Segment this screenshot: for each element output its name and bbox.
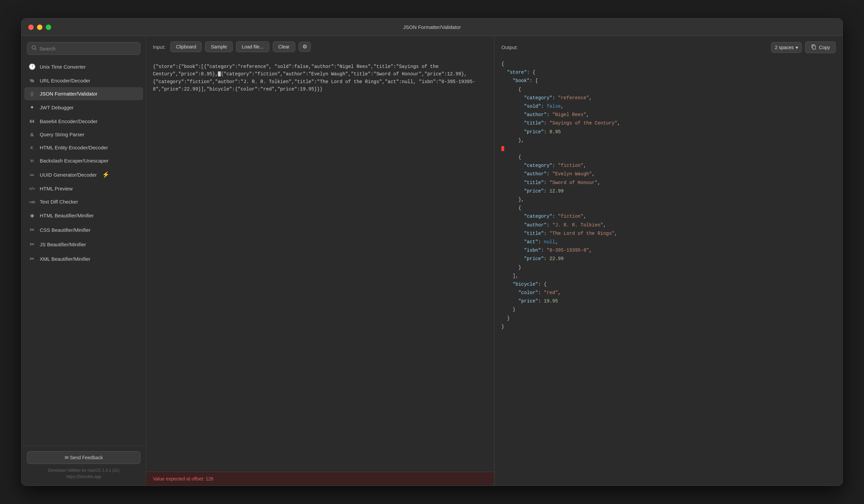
sidebar-item-label: JSON Formatter/Validator [40, 91, 97, 97]
lightning-icon: ⚡ [102, 171, 109, 178]
sidebar-item-jwt[interactable]: ✦ JWT Debugger [24, 100, 143, 115]
json-output-line: "author": "Nigel Rees", [501, 111, 836, 119]
json-output-line: "bicycle": { [501, 280, 836, 289]
json-output-line: "title": "Sword of Honour", [501, 179, 836, 187]
json-output-line: { [501, 204, 836, 212]
json-output-line: }, [501, 196, 836, 204]
app-window: JSON Formatter/Validator [21, 18, 843, 486]
clipboard-button[interactable]: Clipboard [170, 41, 202, 52]
xml-beautifier-icon: ✂ [28, 255, 36, 262]
app-url: https://DevUtils.app [27, 474, 141, 480]
sidebar-item-label: Backslash Escaper/Unescaper [40, 158, 108, 163]
json-output-line: "act": null, [501, 238, 836, 246]
sidebar-item-query-string[interactable]: & Query String Parser [24, 128, 143, 141]
clock-icon: 🕐 [28, 63, 36, 70]
json-output-line: { [501, 85, 836, 94]
json-output-line: "price": 22.99 [501, 255, 836, 263]
send-feedback-button[interactable]: ✉ Send Feedback [27, 451, 141, 464]
titlebar: JSON Formatter/Validator [22, 19, 842, 36]
copy-button[interactable]: Copy [805, 41, 836, 53]
output-label: Output: [501, 45, 518, 50]
error-bar: Value expected at offset: 126 [146, 472, 494, 485]
json-icon: {} [28, 91, 36, 96]
html-beautifier-icon: ◈ [28, 212, 36, 219]
copy-icon [811, 44, 816, 50]
window-title: JSON Formatter/Validator [403, 24, 460, 30]
sidebar-item-base64[interactable]: 64 Base64 Encoder/Decoder [24, 115, 143, 128]
chevron-down-icon: ▾ [796, 45, 798, 50]
sidebar-item-label: Unix Time Converter [40, 64, 86, 70]
search-box [27, 42, 141, 55]
sidebar-item-html-entity[interactable]: #; HTML Entity Encoder/Decoder [24, 141, 143, 154]
output-section: Output: 2 spaces ▾ [495, 36, 842, 485]
sidebar-item-uuid[interactable]: uu UUID Generator/Decoder ⚡ [24, 167, 143, 182]
sidebar-item-unix-time[interactable]: 🕐 Unix Time Converter [24, 60, 143, 74]
input-label: Input: [153, 44, 166, 50]
sidebar-item-label: UUID Generator/Decoder [40, 172, 97, 177]
js-beautifier-icon: ✂ [28, 241, 36, 248]
css-beautifier-icon: ✂ [28, 226, 36, 233]
jwt-icon: ✦ [28, 104, 36, 111]
sidebar-item-xml-beautifier[interactable]: ✂ XML Beautifier/Minifier [24, 252, 143, 266]
json-output-line: "book": [ [501, 77, 836, 85]
input-header: Input: Clipboard Sample Load file... Cle… [146, 36, 494, 58]
json-output-line: } [501, 314, 836, 323]
close-button[interactable] [28, 25, 34, 30]
sidebar-item-label: JS Beautifier/Minifier [40, 242, 86, 247]
settings-button[interactable]: ⚙ [299, 42, 311, 52]
json-output-line: "category": "fiction", [501, 161, 836, 170]
maximize-button[interactable] [46, 25, 51, 30]
sidebar-item-html-beautifier[interactable]: ◈ HTML Beautifier/Minifier [24, 208, 143, 223]
load-file-button[interactable]: Load file... [236, 41, 269, 52]
json-output-line: "color": "red", [501, 289, 836, 297]
backslash-icon: \n [28, 159, 36, 163]
sidebar-item-label: CSS Beautifier/Minifier [40, 227, 91, 233]
output-header: Output: 2 spaces ▾ [495, 36, 842, 59]
panels-row: Input: Clipboard Sample Load file... Cle… [146, 36, 842, 485]
json-output-line: ], [501, 272, 836, 280]
output-controls: 2 spaces ▾ Copy [771, 41, 836, 53]
ampersand-icon: & [28, 132, 36, 137]
search-icon [31, 45, 37, 52]
spaces-label: 2 spaces [775, 45, 794, 50]
sidebar-item-js-beautifier[interactable]: ✂ JS Beautifier/Minifier [24, 237, 143, 252]
sidebar-items: 🕐 Unix Time Converter % URL Encoder/Deco… [22, 60, 146, 445]
json-output-line: } [501, 323, 836, 331]
sidebar-item-json-formatter[interactable]: {} JSON Formatter/Validator [24, 87, 143, 100]
sidebar-item-label: XML Beautifier/Minifier [40, 256, 90, 262]
sidebar-item-html-preview[interactable]: </> HTML Preview [24, 182, 143, 195]
input-editor[interactable]: {"store":{"book":[{"category":"reference… [146, 58, 494, 472]
sidebar-item-url-encoder[interactable]: % URL Encoder/Decoder [24, 74, 143, 87]
json-output-line: "title": "The Lord of the Rings", [501, 230, 836, 238]
json-output-line: "author": "J. R. R. Tolkien", [501, 221, 836, 230]
sidebar-item-backslash[interactable]: \n Backslash Escaper/Unescaper [24, 154, 143, 167]
search-input[interactable] [39, 46, 136, 51]
html-icon: </> [28, 186, 36, 191]
spaces-selector[interactable]: 2 spaces ▾ [771, 42, 802, 53]
sidebar-item-label: HTML Beautifier/Minifier [40, 213, 94, 218]
sidebar-item-css-beautifier[interactable]: ✂ CSS Beautifier/Minifier [24, 223, 143, 237]
app-version: Developer Utilities for macOS 1.4.1 (31) [27, 467, 141, 474]
base64-icon: 64 [28, 119, 36, 124]
sidebar-footer: ✉ Send Feedback Developer Utilities for … [22, 445, 146, 485]
json-output-line: } [501, 306, 836, 314]
error-message: Value expected at offset: 126 [153, 476, 214, 481]
json-output-line: "author": "Evelyn Waugh", [501, 170, 836, 178]
clear-button[interactable]: Clear [273, 41, 295, 52]
sidebar-item-text-diff[interactable]: +ab Text Diff Checker [24, 195, 143, 208]
json-output-line: █ [501, 145, 836, 153]
json-output-line: "isbn": "0-395-19395-8", [501, 246, 836, 255]
svg-rect-2 [813, 46, 816, 49]
sidebar-item-label: HTML Entity Encoder/Decoder [40, 145, 108, 150]
uuid-icon: uu [28, 173, 36, 177]
json-output-line: } [501, 263, 836, 272]
percent-icon: % [28, 78, 36, 84]
json-output-line: "category": "fiction", [501, 212, 836, 221]
json-output-line: { [501, 153, 836, 161]
minimize-button[interactable] [37, 25, 43, 30]
json-output-line: "title": "Sayings of the Century", [501, 119, 836, 127]
sample-button[interactable]: Sample [205, 41, 232, 52]
sidebar-item-label: HTML Preview [40, 186, 73, 192]
json-output-line: { [501, 60, 836, 68]
json-output-line: "sold": false, [501, 102, 836, 111]
